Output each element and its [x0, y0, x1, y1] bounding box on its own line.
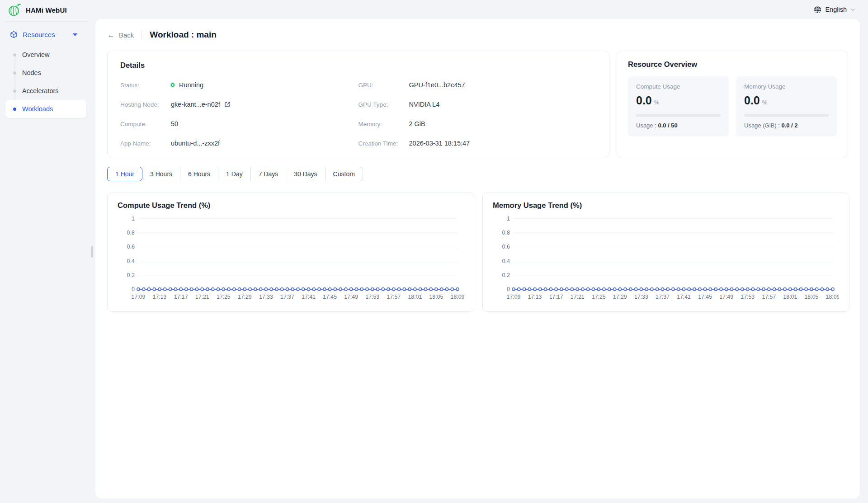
svg-text:17:37: 17:37 [656, 294, 670, 300]
charts-row: Compute Usage Trend (%) 00.20.40.60.8117… [107, 193, 848, 312]
time-range-1-day[interactable]: 1 Day [218, 167, 251, 181]
detail-field-label: Compute: [120, 121, 171, 127]
memory-usage-trend-svg: 00.20.40.60.8117:0917:1317:1717:2117:251… [493, 213, 839, 306]
detail-field-app-name: App Name: ubuntu-d...-zxx2f [120, 140, 359, 147]
svg-text:17:25: 17:25 [217, 294, 231, 300]
svg-text:17:49: 17:49 [344, 294, 358, 300]
detail-field-gpu-type: GPU Type: NVIDIA L4 [359, 101, 597, 108]
chevron-down-icon [850, 7, 855, 12]
back-button[interactable]: ← Back [107, 31, 134, 39]
svg-text:0.4: 0.4 [127, 258, 135, 264]
sidebar-resize-handle[interactable] [91, 246, 93, 258]
svg-text:17:37: 17:37 [280, 294, 294, 300]
svg-text:17:41: 17:41 [677, 294, 691, 300]
usage-progress-bar [636, 114, 721, 117]
detail-field-creation-time: Creation Time: 2026-03-31 18:15:47 [359, 140, 597, 147]
svg-text:17:57: 17:57 [387, 294, 401, 300]
svg-text:17:53: 17:53 [741, 294, 755, 300]
bullet-dot-icon [13, 53, 16, 56]
sidebar-item-overview[interactable]: Overview [5, 46, 86, 64]
svg-text:0: 0 [507, 286, 510, 292]
detail-field-value: GPU-f1e0...b2c457 [409, 81, 465, 89]
top-cards-row: Details Status: Running Hosting Node: gk… [107, 51, 848, 157]
sidebar-item-accelerators[interactable]: Accelerators [5, 82, 86, 100]
detail-field-label: Creation Time: [359, 140, 409, 147]
detail-field-value: 2026-03-31 18:15:47 [409, 140, 470, 147]
svg-text:17:33: 17:33 [259, 294, 273, 300]
chevron-down-icon [73, 33, 77, 36]
sidebar-section-resources[interactable]: Resources [0, 22, 94, 44]
cube-icon [10, 31, 18, 38]
svg-text:18:01: 18:01 [783, 294, 797, 300]
svg-text:17:21: 17:21 [571, 294, 585, 300]
sidebar-item-label: Nodes [22, 69, 41, 76]
svg-text:17:29: 17:29 [613, 294, 627, 300]
logo-row: HAMi WebUI [0, 0, 94, 20]
svg-text:17:25: 17:25 [592, 294, 606, 300]
time-range-30-days[interactable]: 30 Days [286, 167, 325, 181]
detail-field-value: 50 [171, 120, 178, 127]
bullet-dot-icon [13, 71, 16, 75]
detail-field-label: Memory: [359, 121, 409, 127]
external-link-icon[interactable] [224, 101, 231, 108]
detail-field-status: Status: Running [120, 81, 359, 89]
language-selector[interactable]: English [814, 6, 855, 14]
status-running-icon [171, 83, 175, 87]
detail-field-value: 2 GiB [409, 120, 425, 127]
svg-text:17:21: 17:21 [195, 294, 209, 300]
compute-usage-trend-chart: 00.20.40.60.8117:0917:1317:1717:2117:251… [118, 213, 464, 306]
back-label: Back [119, 31, 134, 39]
usage-caption: Usage : 0.0 / 50 [636, 122, 721, 129]
svg-text:0.6: 0.6 [502, 244, 510, 250]
sidebar-item-workloads[interactable]: Workloads [5, 100, 86, 118]
svg-text:17:45: 17:45 [323, 294, 337, 300]
compute-usage-trend-card: Compute Usage Trend (%) 00.20.40.60.8117… [107, 193, 474, 312]
svg-text:18:05: 18:05 [429, 294, 443, 300]
time-range-7-days[interactable]: 7 Days [251, 167, 287, 181]
svg-text:18:09: 18:09 [826, 294, 839, 300]
svg-text:17:45: 17:45 [698, 294, 712, 300]
detail-field-value: ubuntu-d...-zxx2f [171, 140, 220, 147]
time-range-group: 1 Hour3 Hours6 Hours1 Day7 Days30 DaysCu… [107, 167, 363, 181]
usage-caption: Usage (GiB) : 0.0 / 2 [744, 122, 829, 129]
language-label: English [825, 6, 847, 13]
memory-usage-trend-card: Memory Usage Trend (%) 00.20.40.60.8117:… [482, 193, 849, 312]
main-area: English ← Back Workload : main Details [94, 0, 868, 503]
time-range-6-hours[interactable]: 6 Hours [180, 167, 218, 181]
svg-text:0.6: 0.6 [127, 244, 135, 250]
time-range-1-hour[interactable]: 1 Hour [107, 167, 142, 181]
svg-text:0.8: 0.8 [127, 230, 135, 236]
svg-text:17:29: 17:29 [238, 294, 252, 300]
svg-text:17:33: 17:33 [634, 294, 648, 300]
svg-text:17:17: 17:17 [549, 294, 563, 300]
usage-value-row: 0.0 % [744, 94, 829, 107]
usage-progress-bar [744, 114, 829, 117]
time-range-custom[interactable]: Custom [326, 167, 363, 181]
svg-text:17:13: 17:13 [153, 294, 167, 300]
svg-text:17:49: 17:49 [719, 294, 733, 300]
usage-tile-label: Compute Usage [636, 83, 721, 90]
detail-field-value: Running [171, 81, 203, 89]
app-root: HAMi WebUI Resources Overview Nodes Acce… [0, 0, 868, 503]
svg-text:18:05: 18:05 [805, 294, 819, 300]
chart-title: Memory Usage Trend (%) [493, 201, 839, 210]
resource-overview-title: Resource Overview [628, 60, 837, 69]
svg-text:17:57: 17:57 [762, 294, 776, 300]
sidebar-item-nodes[interactable]: Nodes [5, 64, 86, 82]
svg-text:0.2: 0.2 [502, 272, 510, 278]
svg-text:1: 1 [507, 216, 510, 222]
compute-usage-trend-svg: 00.20.40.60.8117:0917:1317:1717:2117:251… [118, 213, 464, 306]
sidebar-item-label: Accelerators [22, 87, 59, 94]
usage-tile-label: Memory Usage [744, 83, 829, 90]
svg-text:0.4: 0.4 [502, 258, 510, 264]
detail-field-hosting-node: Hosting Node: gke-kant...e-n02f [120, 101, 359, 108]
detail-field-gpu: GPU: GPU-f1e0...b2c457 [359, 81, 597, 89]
details-title: Details [120, 61, 596, 70]
detail-field-label: Hosting Node: [120, 101, 171, 108]
svg-text:0.2: 0.2 [127, 272, 135, 278]
time-range-3-hours[interactable]: 3 Hours [142, 167, 180, 181]
sidebar-item-label: Workloads [22, 105, 53, 113]
detail-field-value: gke-kant...e-n02f [171, 101, 231, 108]
usage-value: 0.0 [636, 94, 652, 107]
details-card: Details Status: Running Hosting Node: gk… [107, 51, 609, 157]
